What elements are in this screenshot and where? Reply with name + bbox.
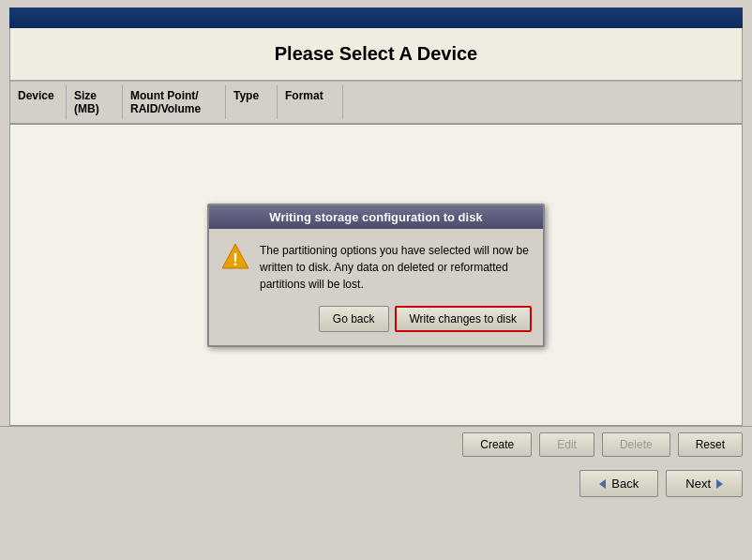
table-header: Device Size(MB) Mount Point/RAID/Volume … xyxy=(10,81,742,125)
delete-button[interactable]: Delete xyxy=(602,432,670,457)
col-header-size: Size(MB) xyxy=(67,85,123,119)
edit-button[interactable]: Edit xyxy=(539,432,594,457)
col-header-type: Type xyxy=(226,85,278,119)
dialog-message: The partitioning options you have select… xyxy=(260,242,532,293)
nav-area: Back Next xyxy=(0,462,752,505)
warning-icon: ! xyxy=(220,242,250,272)
content-area: Writing storage configuration to disk ! … xyxy=(10,125,742,425)
back-label: Back xyxy=(611,477,639,491)
go-back-button[interactable]: Go back xyxy=(319,306,389,332)
next-arrow-icon xyxy=(716,479,723,489)
top-progress-bar xyxy=(9,8,743,28)
dialog-title-bar: Writing storage configuration to disk xyxy=(209,205,543,229)
dialog-message-row: ! The partitioning options you have sele… xyxy=(220,242,532,293)
title-area: Please Select A Device xyxy=(10,28,742,81)
next-label: Next xyxy=(685,477,711,491)
create-button[interactable]: Create xyxy=(462,432,532,457)
back-button[interactable]: Back xyxy=(579,470,658,497)
dialog-body: ! The partitioning options you have sele… xyxy=(209,229,543,345)
col-header-format: Format xyxy=(278,85,343,119)
page-title: Please Select A Device xyxy=(20,43,732,65)
write-changes-button[interactable]: Write changes to disk xyxy=(395,306,533,332)
col-header-device: Device xyxy=(10,85,67,119)
back-arrow-icon xyxy=(599,479,606,489)
col-header-mount: Mount Point/RAID/Volume xyxy=(123,85,226,119)
dialog-buttons: Go back Write changes to disk xyxy=(220,306,532,336)
bottom-toolbar: Create Edit Delete Reset xyxy=(0,426,752,462)
reset-button[interactable]: Reset xyxy=(678,432,743,457)
svg-text:!: ! xyxy=(233,250,238,269)
main-panel: Please Select A Device Device Size(MB) M… xyxy=(9,28,743,426)
dialog-overlay: Writing storage configuration to disk ! … xyxy=(10,125,742,425)
next-button[interactable]: Next xyxy=(666,470,743,497)
dialog-box: Writing storage configuration to disk ! … xyxy=(207,204,545,347)
